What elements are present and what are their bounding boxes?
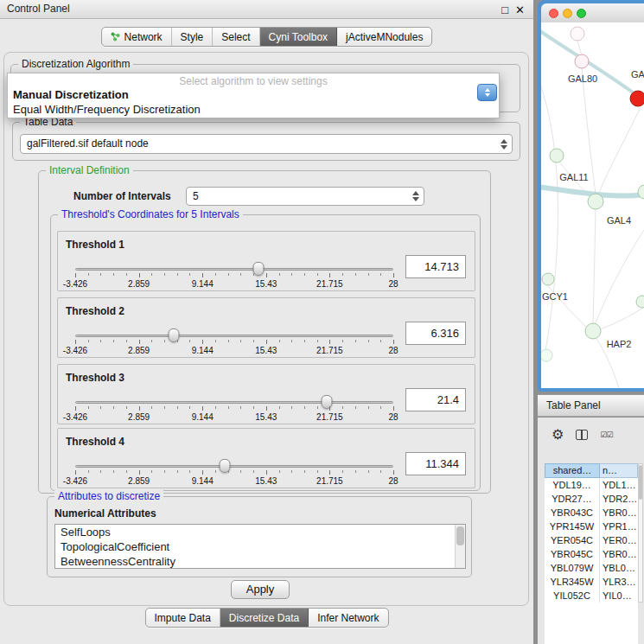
table-row[interactable]: YBR045CYBR0…	[545, 547, 638, 561]
node-table: shared… n… YDL19…YDL1… YDR27…YDR2… YBR04…	[545, 463, 638, 603]
network-node-label: GAL4	[607, 215, 631, 226]
threshold-4-label: Threshold 4	[66, 436, 124, 448]
column-header-shared-name[interactable]: shared…	[545, 463, 600, 478]
numerical-attributes-list[interactable]: SelfLoops TopologicalCoefficient Between…	[54, 524, 466, 569]
chevron-updown-icon	[501, 139, 507, 150]
zoom-traffic-icon[interactable]	[577, 9, 586, 18]
algorithm-combobox-stepper-icon[interactable]	[477, 84, 497, 101]
algorithm-dropdown-popup: Select algorithm to view settings Manual…	[7, 73, 500, 118]
network-node[interactable]	[571, 27, 584, 41]
network-icon	[111, 32, 120, 41]
top-tab-bar: Network Style Select Cyni Toolbox jActiv…	[101, 27, 433, 47]
slider-track	[75, 268, 393, 271]
network-node-gal11[interactable]	[550, 149, 564, 163]
network-node[interactable]	[636, 296, 644, 308]
threshold-3-value-field[interactable]: 21.4	[405, 388, 466, 411]
network-node-label: GA	[631, 69, 644, 80]
tab-network[interactable]: Network	[102, 28, 172, 46]
threshold-1-label: Threshold 1	[66, 239, 124, 251]
apply-button[interactable]: Apply	[231, 580, 290, 599]
tab-style[interactable]: Style	[172, 28, 214, 46]
algorithm-placeholder-option[interactable]: Select algorithm to view settings	[8, 73, 499, 87]
thresholds-group: Threshold's Coordinates for 5 Intervals …	[50, 214, 481, 491]
table-row[interactable]: YLR345WYLR3…	[545, 575, 638, 589]
list-item[interactable]: TopologicalCoefficient	[55, 539, 465, 554]
slider-ticks	[75, 340, 393, 346]
tab-jactivemnodules[interactable]: jActiveMNodules	[337, 28, 431, 46]
list-item[interactable]: BetweennessCentrality	[55, 554, 465, 569]
column-header-name[interactable]: n…	[600, 463, 638, 478]
slider-ticks	[75, 273, 393, 279]
columns-icon[interactable]	[576, 430, 588, 440]
network-window-titlebar	[541, 3, 644, 22]
threshold-1-panel: Threshold 1 14.713 -3.4262.8599.14415.43…	[57, 231, 475, 291]
attributes-group-title: Attributes to discretize	[54, 490, 163, 502]
network-node-hap2[interactable]	[585, 323, 601, 339]
network-node-label: GAL80	[568, 73, 597, 84]
threshold-2-value-field[interactable]: 6.316	[405, 322, 466, 345]
tab-impute-data[interactable]: Impute Data	[145, 609, 220, 627]
threshold-1-slider[interactable]: -3.4262.8599.14415.4321.71528	[75, 261, 393, 290]
table-data-value: galFiltered.sif default node	[27, 137, 149, 150]
close-icon[interactable]: ✕	[515, 4, 525, 16]
minimize-traffic-icon[interactable]	[563, 9, 572, 18]
slider-ticks	[75, 406, 393, 412]
number-of-intervals-value: 5	[193, 190, 199, 202]
float-icon[interactable]: □	[501, 4, 508, 16]
threshold-3-panel: Threshold 3 21.4 -3.4262.8599.14415.4321…	[57, 364, 475, 424]
network-node-label: HAP2	[607, 339, 632, 349]
slider-tick-labels: -3.4262.8599.14415.4321.71528	[75, 476, 393, 486]
tab-infer-network[interactable]: Infer Network	[309, 609, 387, 627]
algorithm-option-equal-width[interactable]: Equal Width/Frequency Discretization	[8, 102, 499, 117]
close-traffic-icon[interactable]	[549, 9, 558, 18]
table-panel-header: Table Panel	[538, 394, 644, 417]
table-row[interactable]: YBL079WYBL0…	[545, 561, 638, 575]
network-view-window: GAL80 GA GAL11 GAL4 GCY1 HAP2	[538, 0, 644, 392]
network-node-gal4[interactable]	[588, 194, 603, 209]
list-item[interactable]: SelfLoops	[55, 525, 465, 539]
network-node-selected-red[interactable]	[630, 91, 644, 106]
threshold-2-slider[interactable]: -3.4262.8599.14415.4321.71528	[75, 328, 393, 357]
table-panel-title: Table Panel	[546, 399, 601, 411]
algorithm-option-manual[interactable]: Manual Discretization	[8, 87, 499, 102]
tab-cyni-toolbox[interactable]: Cyni Toolbox	[260, 28, 337, 46]
table-scrollbar[interactable]	[638, 463, 643, 603]
list-scrollbar[interactable]	[455, 525, 465, 568]
bottom-tab-bar: Impute Data Discretize Data Infer Networ…	[144, 608, 388, 628]
network-node-gal80[interactable]	[575, 54, 589, 68]
network-node[interactable]	[541, 349, 552, 361]
number-of-intervals-combobox[interactable]: 5	[186, 187, 424, 206]
network-node-gcy1[interactable]	[542, 273, 554, 285]
interval-definition-title: Interval Definition	[46, 164, 133, 176]
slider-tick-labels: -3.4262.8599.14415.4321.71528	[75, 412, 393, 422]
slider-track	[75, 335, 393, 337]
table-row[interactable]: YPR145WYPR1…	[545, 520, 638, 533]
table-row[interactable]: YER054CYER0…	[545, 533, 638, 547]
interval-definition-group: Interval Definition Number of Intervals …	[38, 170, 491, 494]
network-canvas[interactable]: GAL80 GA GAL11 GAL4 GCY1 HAP2	[541, 22, 644, 388]
thresholds-group-title: Threshold's Coordinates for 5 Intervals	[58, 208, 243, 220]
control-panel-titlebar: Control Panel □ ✕	[0, 0, 533, 19]
table-empty-area	[545, 603, 638, 644]
threshold-4-panel: Threshold 4 11.344 -3.4262.8599.14415.43…	[57, 428, 475, 488]
threshold-1-value-field[interactable]: 14.713	[405, 255, 466, 278]
control-panel-title: Control Panel	[7, 3, 70, 15]
chevron-updown-icon	[412, 191, 419, 201]
threshold-3-slider[interactable]: -3.4262.8599.14415.4321.71528	[75, 394, 393, 424]
table-row[interactable]: YBR043CYBR0…	[545, 506, 638, 520]
tab-discretize-data[interactable]: Discretize Data	[220, 609, 309, 627]
table-row[interactable]: YDR27…YDR2…	[545, 492, 638, 506]
slider-tick-labels: -3.4262.8599.14415.4321.71528	[75, 346, 393, 355]
threshold-4-value-field[interactable]: 11.344	[405, 452, 466, 475]
number-of-intervals-label: Number of Intervals	[73, 190, 171, 202]
table-row[interactable]: YDL19…YDL1…	[545, 478, 638, 492]
table-data-combobox[interactable]: galFiltered.sif default node	[20, 134, 513, 154]
select-columns-icon[interactable]: ☑☑	[600, 430, 612, 439]
table-row[interactable]: YIL052CYIL0…	[545, 589, 638, 603]
network-node-label: GAL11	[559, 172, 588, 182]
threshold-4-slider[interactable]: -3.4262.8599.14415.4321.71528	[75, 458, 393, 488]
tab-select[interactable]: Select	[213, 28, 259, 46]
attributes-group: Attributes to discretize Numerical Attri…	[47, 496, 472, 577]
table-header-row: shared… n…	[545, 463, 638, 478]
gear-icon[interactable]: ⚙	[552, 428, 564, 442]
